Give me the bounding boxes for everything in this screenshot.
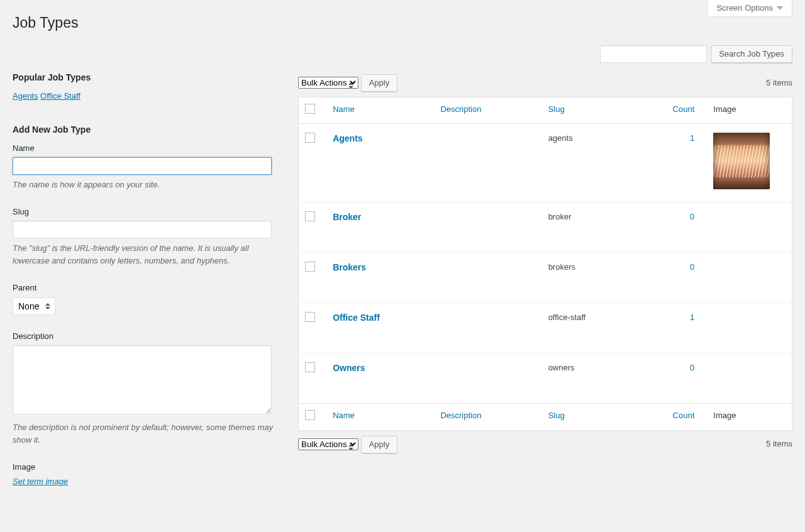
name-hint: The name is how it appears on your site. [13, 179, 286, 191]
term-name-link[interactable]: Brokers [333, 262, 366, 272]
term-description [434, 202, 541, 252]
row-checkbox[interactable] [305, 362, 315, 372]
select-all-bottom[interactable] [305, 410, 315, 420]
col-name-foot[interactable]: Name [333, 411, 355, 420]
table-row: Agentsagents1 [299, 124, 792, 202]
table-row: Brokerbroker0 [299, 202, 792, 252]
terms-table: Name Description Slug Count Image Agents… [298, 97, 792, 430]
col-description[interactable]: Description [440, 104, 481, 114]
image-label: Image [13, 462, 286, 473]
term-description [434, 124, 541, 202]
search-button[interactable]: Search Job Types [711, 45, 792, 63]
col-image-foot: Image [707, 404, 792, 430]
screen-options-label: Screen Options [716, 3, 773, 14]
term-slug: brokers [542, 252, 657, 302]
description-textarea[interactable] [13, 345, 272, 414]
col-slug[interactable]: Slug [548, 104, 565, 114]
item-count-bottom: 5 items [766, 438, 792, 450]
tablenav-bottom: Bulk Actions Apply 5 items [298, 436, 792, 453]
term-description [434, 302, 541, 353]
term-image-cell [707, 202, 792, 252]
term-image-cell [707, 124, 792, 202]
item-count-top: 5 items [766, 77, 792, 89]
term-count-link[interactable]: 1 [690, 313, 694, 322]
term-count-link[interactable]: 0 [690, 212, 694, 221]
slug-hint: The "slug" is the URL-friendly version o… [13, 242, 286, 267]
col-count[interactable]: Count [673, 104, 695, 114]
col-count-foot[interactable]: Count [673, 411, 695, 420]
form-heading: Add New Job Type [13, 124, 286, 136]
set-term-image-link[interactable]: Set term image [13, 477, 68, 486]
chevron-down-icon [777, 6, 783, 10]
page-title: Job Types [13, 13, 792, 33]
name-label: Name [13, 143, 286, 154]
popular-tags: Popular Job Types Agents Office Staff [13, 72, 286, 102]
term-image-cell [707, 302, 792, 353]
col-slug-foot[interactable]: Slug [548, 411, 565, 420]
screen-options-toggle[interactable]: Screen Options [707, 0, 792, 17]
description-label: Description [13, 331, 286, 342]
term-description [434, 353, 541, 404]
row-checkbox[interactable] [305, 133, 315, 143]
popular-tag-link[interactable]: Agents [13, 91, 38, 101]
apply-button-bottom[interactable]: Apply [361, 436, 398, 453]
table-row: Ownersowners0 [299, 353, 792, 404]
term-name-link[interactable]: Broker [333, 212, 361, 222]
term-description [434, 252, 541, 302]
term-count-link[interactable]: 1 [690, 133, 694, 143]
row-checkbox[interactable] [305, 262, 315, 272]
term-slug: office-staff [542, 302, 657, 353]
term-name-link[interactable]: Owners [333, 363, 365, 373]
term-count-link[interactable]: 0 [690, 262, 694, 272]
bulk-actions-select-top[interactable]: Bulk Actions [298, 77, 358, 89]
search-input[interactable] [600, 45, 707, 63]
term-slug: agents [542, 124, 657, 202]
parent-select[interactable]: None [13, 297, 55, 315]
description-hint: The description is not prominent by defa… [13, 421, 286, 446]
term-image-cell [707, 252, 792, 302]
select-all-top[interactable] [305, 104, 315, 114]
term-slug: owners [542, 353, 657, 404]
term-image-cell [707, 353, 792, 404]
apply-button-top[interactable]: Apply [361, 74, 398, 92]
slug-input[interactable] [13, 221, 272, 238]
col-name[interactable]: Name [333, 104, 355, 114]
bulk-actions-select-bottom[interactable]: Bulk Actions [298, 438, 358, 450]
parent-label: Parent [13, 282, 286, 294]
name-input[interactable] [13, 157, 272, 175]
table-row: Office Staffoffice-staff1 [299, 302, 792, 353]
term-thumbnail [713, 133, 770, 189]
term-name-link[interactable]: Agents [333, 133, 362, 143]
popular-heading: Popular Job Types [13, 72, 286, 84]
add-new-form: Add New Job Type Name The name is how it… [13, 124, 286, 487]
term-slug: broker [542, 202, 657, 252]
table-row: Brokersbrokers0 [299, 252, 792, 302]
term-count-link[interactable]: 0 [690, 363, 694, 372]
row-checkbox[interactable] [305, 211, 315, 221]
col-image: Image [707, 97, 792, 124]
term-name-link[interactable]: Office Staff [333, 313, 380, 323]
col-description-foot[interactable]: Description [440, 411, 481, 420]
search-bar: Search Job Types [13, 45, 792, 63]
row-checkbox[interactable] [305, 312, 315, 322]
tablenav-top: Bulk Actions Apply 5 items [298, 74, 792, 92]
slug-label: Slug [13, 206, 286, 218]
popular-tag-link[interactable]: Office Staff [40, 91, 80, 101]
